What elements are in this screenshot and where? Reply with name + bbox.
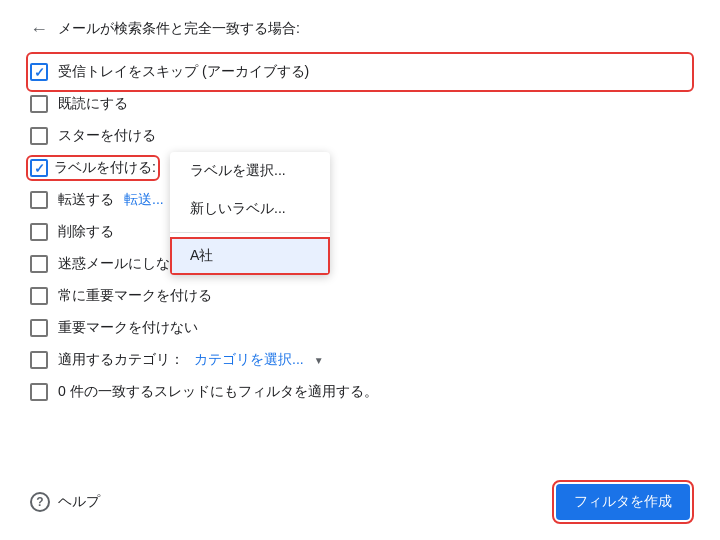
checkbox-never-important[interactable]: ✓ xyxy=(30,319,48,337)
dropdown-item-new-label[interactable]: 新しいラベル... xyxy=(170,190,330,228)
checkbox-always-important[interactable]: ✓ xyxy=(30,287,48,305)
back-icon[interactable]: ← xyxy=(30,20,48,38)
options-list: ✓ 受信トレイをスキップ (アーカイブする) ✓ 既読にする ✓ スターを付ける… xyxy=(30,56,690,408)
checkbox-apply-threads[interactable]: ✓ xyxy=(30,383,48,401)
dropdown-item-a-company[interactable]: A社 xyxy=(170,237,330,275)
option-row-category: ✓ 適用するカテゴリ： カテゴリを選択... ▼ xyxy=(30,344,690,376)
option-row-star: ✓ スターを付ける xyxy=(30,120,690,152)
label-no-spam: 迷惑メールにしない xyxy=(58,255,184,273)
checkbox-category[interactable]: ✓ xyxy=(30,351,48,369)
label-apply-threads: 0 件の一致するスレッドにもフィルタを適用する。 xyxy=(58,383,378,401)
category-select[interactable]: カテゴリを選択... xyxy=(194,351,304,369)
label-star: スターを付ける xyxy=(58,127,156,145)
label-never-important: 重要マークを付けない xyxy=(58,319,198,337)
label-row-content: ✓ ラベルを付ける: xyxy=(30,159,156,177)
option-row-apply-threads: ✓ 0 件の一致するスレッドにもフィルタを適用する。 xyxy=(30,376,690,408)
label-category: 適用するカテゴリ： xyxy=(58,351,184,369)
option-row-mark-read: ✓ 既読にする xyxy=(30,88,690,120)
dropdown-divider xyxy=(170,232,330,233)
label-label: ラベルを付ける: xyxy=(54,159,156,177)
label-forward: 転送する xyxy=(58,191,114,209)
label-mark-read: 既読にする xyxy=(58,95,128,113)
page-container: ← メールが検索条件と完全一致する場合: ✓ 受信トレイをスキップ (アーカイブ… xyxy=(0,0,720,540)
category-dropdown-arrow: ▼ xyxy=(314,355,324,366)
help-row[interactable]: ? ヘルプ xyxy=(30,492,100,512)
label-delete: 削除する xyxy=(58,223,114,241)
option-row-forward: ✓ 転送する 転送... xyxy=(30,184,690,216)
checkmark-skip-inbox: ✓ xyxy=(34,66,45,79)
checkbox-delete[interactable]: ✓ xyxy=(30,223,48,241)
option-row-never-important: ✓ 重要マークを付けない xyxy=(30,312,690,344)
checkbox-forward[interactable]: ✓ xyxy=(30,191,48,209)
option-row-delete: ✓ 削除する xyxy=(30,216,690,248)
checkbox-label[interactable]: ✓ xyxy=(30,159,48,177)
help-icon: ? xyxy=(30,492,50,512)
option-row-no-spam: ✓ 迷惑メールにしない xyxy=(30,248,690,280)
checkbox-no-spam[interactable]: ✓ xyxy=(30,255,48,273)
option-row-always-important: ✓ 常に重要マークを付ける xyxy=(30,280,690,312)
create-filter-button[interactable]: フィルタを作成 xyxy=(556,484,690,520)
checkbox-skip-inbox[interactable]: ✓ xyxy=(30,63,48,81)
label-skip-inbox: 受信トレイをスキップ (アーカイブする) xyxy=(58,63,309,81)
option-row-skip-inbox: ✓ 受信トレイをスキップ (アーカイブする) xyxy=(30,56,690,88)
forward-link[interactable]: 転送... xyxy=(124,191,164,209)
header-row: ← メールが検索条件と完全一致する場合: xyxy=(30,20,690,38)
checkbox-star[interactable]: ✓ xyxy=(30,127,48,145)
footer: ? ヘルプ フィルタを作成 xyxy=(30,484,690,520)
option-row-label: ✓ ラベルを付ける: ラベルを選択... 新しいラベル... A社 xyxy=(30,152,690,184)
label-always-important: 常に重要マークを付ける xyxy=(58,287,212,305)
help-text: ヘルプ xyxy=(58,493,100,511)
label-dropdown-menu: ラベルを選択... 新しいラベル... A社 xyxy=(170,152,330,275)
checkmark-label: ✓ xyxy=(34,162,45,175)
dropdown-item-select-label[interactable]: ラベルを選択... xyxy=(170,152,330,190)
header-title: メールが検索条件と完全一致する場合: xyxy=(58,20,300,38)
checkbox-mark-read[interactable]: ✓ xyxy=(30,95,48,113)
